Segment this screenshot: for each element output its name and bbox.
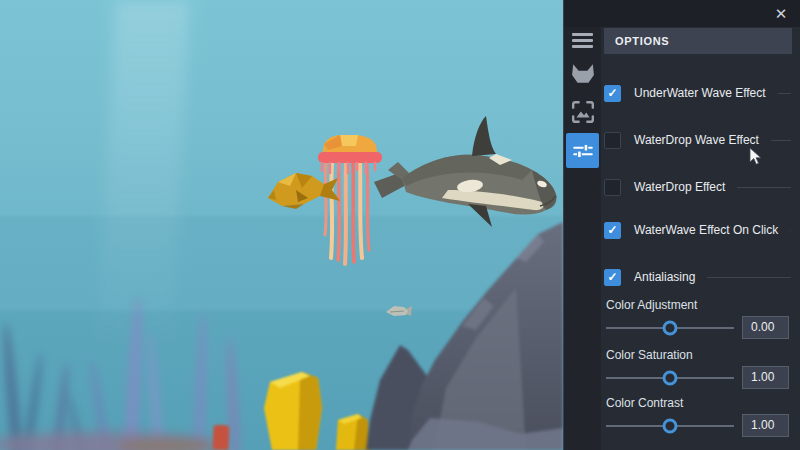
menu-button[interactable] [566,30,599,50]
hamburger-icon [572,33,593,48]
slider-value-field[interactable]: 1.00 [742,366,789,389]
options-button[interactable] [566,133,599,168]
antialiasing-checkbox[interactable]: ✓ [604,269,621,286]
rock [366,218,563,450]
red-coral [213,425,230,450]
divider [707,277,791,278]
purple-seaweed [0,322,22,450]
option-row: ✓ UnderWater Wave Effect [604,84,791,102]
slider-label: Color Adjustment [606,299,789,312]
slider-group: Color Adjustment 0.00 [606,299,789,339]
slider-value-field[interactable]: 1.00 [742,414,789,437]
slider-handle[interactable] [663,370,678,385]
check-icon: ✓ [607,271,617,283]
panel-topbar: ✕ [564,0,800,27]
slider-group: Color Saturation 1.00 [606,349,789,389]
gold-fish [262,168,342,212]
color-saturation-slider[interactable] [606,377,734,379]
orca [372,110,562,230]
waterdrop-wave-effect-checkbox[interactable]: ✓ [604,132,621,149]
waterdrop-effect-checkbox[interactable]: ✓ [604,179,621,196]
slider-group: Color Contrast 1.00 [606,397,789,437]
color-contrast-slider[interactable] [606,425,734,427]
divider [737,187,791,188]
screenshot-button[interactable] [566,95,599,128]
creatures-button[interactable] [566,57,599,90]
check-icon: ✓ [607,87,617,99]
checkbox-label: Antialiasing [634,270,695,284]
checkbox-label: WaterWave Effect On Click [634,223,778,237]
option-row: ✓ WaterDrop Effect [604,178,791,196]
light-ray [97,0,190,345]
check-icon: ✓ [607,224,617,236]
option-row: ✓ WaterDrop Wave Effect [604,131,791,149]
close-icon[interactable]: ✕ [771,4,791,24]
checkbox-label: UnderWater Wave Effect [634,86,766,100]
option-row: ✓ WaterWave Effect On Click [604,221,791,239]
divider [790,230,791,231]
cat-icon [571,62,595,86]
panel-title: OPTIONS [604,28,792,54]
checkbox-label: WaterDrop Effect [634,180,725,194]
slider-label: Color Contrast [606,397,789,410]
options-panel: ✕ [563,0,800,450]
divider [778,93,791,94]
seabed [118,439,213,450]
waterwave-on-click-checkbox[interactable]: ✓ [604,222,621,239]
slider-handle[interactable] [663,320,678,335]
underwater-viewport[interactable] [0,0,563,450]
slider-value-field[interactable]: 0.00 [742,316,789,339]
sliders-icon [571,139,595,163]
options-content: OPTIONS ✓ UnderWater Wave Effect ✓ Water… [601,27,800,450]
slider-label: Color Saturation [606,349,789,362]
option-row: ✓ Antialiasing [604,268,791,286]
divider [771,140,791,141]
tool-sidebar [564,27,601,450]
underwater-wave-effect-checkbox[interactable]: ✓ [604,85,621,102]
purple-seaweed [194,312,209,450]
image-icon [571,100,595,124]
color-adjustment-slider[interactable] [606,327,734,329]
slider-handle[interactable] [663,418,678,433]
app-window: ✕ [0,0,800,450]
checkbox-label: WaterDrop Wave Effect [634,133,759,147]
